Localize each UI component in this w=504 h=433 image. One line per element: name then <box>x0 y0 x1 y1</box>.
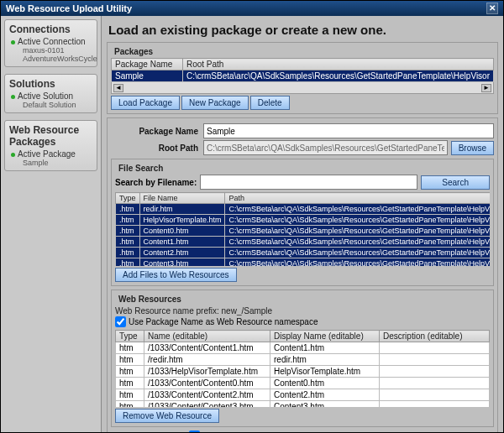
col-wr-desc[interactable]: Description (editable) <box>380 331 490 342</box>
wr-table[interactable]: Type Name (editable) Display Name (edita… <box>115 330 490 407</box>
connection-org: AdventureWorksCycle <box>9 55 92 63</box>
root-path-label: Root Path <box>111 143 203 153</box>
scroll-right-icon[interactable]: ► <box>481 84 491 92</box>
load-package-button[interactable]: Load Package <box>111 96 180 110</box>
solutions-header: Solutions <box>9 78 92 90</box>
wr-row[interactable]: htm/1033/HelpVisorTemplate.htmHelpVisorT… <box>116 366 490 378</box>
packages-table[interactable]: Package Name Root Path Sample C:\crmSBet… <box>111 58 494 82</box>
package-form: Package Name Root Path Browse File Searc… <box>107 117 498 432</box>
solution-name: Default Solution <box>9 101 92 109</box>
connection-server: maxus-0101 <box>9 46 92 55</box>
file-row[interactable]: .htmContent1.htmC:\crmSBeta\arc\QA\SdkSa… <box>116 237 491 248</box>
active-connection-label: Active Connection <box>9 37 92 46</box>
col-wr-type[interactable]: Type <box>116 331 144 342</box>
wr-legend: Web Resources <box>117 295 183 304</box>
col-package-name[interactable]: Package Name <box>112 59 183 70</box>
delete-package-button[interactable]: Delete <box>250 96 290 110</box>
search-button[interactable]: Search <box>421 175 490 190</box>
package-name: Sample <box>9 159 92 167</box>
file-row[interactable]: .htmredir.htmC:\crmSBeta\arc\QA\SdkSampl… <box>116 204 491 215</box>
wr-row[interactable]: htm/1033/Content/Content1.htmContent1.ht… <box>116 342 490 354</box>
titlebar: Web Resource Upload Utility ✕ <box>1 1 503 16</box>
packages-hscroll[interactable]: ◄ ► <box>111 82 494 94</box>
main-panel: Load an existing package or create a new… <box>102 16 503 432</box>
search-input[interactable] <box>200 175 417 190</box>
sidebar: Connections Active Connection maxus-0101… <box>1 16 102 432</box>
wr-prefix: Web Resource name prefix: new_/Sample <box>115 306 490 316</box>
wr-row[interactable]: htm/1033/Content/Content0.htmContent0.ht… <box>116 378 490 389</box>
col-file-type[interactable]: Type <box>116 193 140 204</box>
file-row[interactable]: .htmContent0.htmC:\crmSBeta\arc\QA\SdkSa… <box>116 226 491 237</box>
wr-row[interactable]: htm/1033/Content/Content2.htmContent2.ht… <box>116 389 490 401</box>
root-path-input <box>203 140 448 155</box>
packages-header: Web Resource Packages <box>9 124 92 148</box>
active-package-label: Active Package <box>9 149 92 159</box>
publish-checkbox[interactable] <box>189 430 200 432</box>
file-table[interactable]: Type File Name Path .htmredir.htmC:\crmS… <box>115 192 490 266</box>
page-title: Load an existing package or create a new… <box>108 23 498 37</box>
package-row[interactable]: Sample C:\crmSBeta\arc\QA\SdkSamples\Res… <box>112 70 494 82</box>
col-wr-display[interactable]: Display Name (editable) <box>270 331 380 342</box>
add-files-button[interactable]: Add Files to Web Resources <box>115 268 237 282</box>
search-label: Search by Filename: <box>115 178 197 187</box>
file-row[interactable]: .htmHelpVisorTemplate.htmC:\crmSBeta\arc… <box>116 215 491 226</box>
sidebar-connections[interactable]: Connections Active Connection maxus-0101… <box>4 19 97 67</box>
file-row[interactable]: .htmContent2.htmC:\crmSBeta\arc\QA\SdkSa… <box>116 248 491 258</box>
sidebar-packages[interactable]: Web Resource Packages Active Package Sam… <box>4 120 97 171</box>
window-title: Web Resource Upload Utility <box>6 3 132 13</box>
col-file-path[interactable]: Path <box>225 193 490 204</box>
file-row[interactable]: .htmContent3.htmC:\crmSBeta\arc\QA\SdkSa… <box>116 258 491 267</box>
web-resources-group: Web Resources Web Resource name prefix: … <box>111 290 494 427</box>
remove-wr-button[interactable]: Remove Web Resource <box>115 409 219 423</box>
packages-group: Packages Package Name Root Path Sample C… <box>107 42 498 114</box>
wr-row[interactable]: htm/1033/Content/Content3.htmContent3.ht… <box>116 401 490 408</box>
file-search-legend: File Search <box>117 164 165 173</box>
connections-header: Connections <box>9 23 92 35</box>
wr-row[interactable]: htm/redir.htmredir.htm <box>116 354 490 366</box>
col-root-path[interactable]: Root Path <box>182 59 493 70</box>
packages-legend: Packages <box>113 47 155 56</box>
pkg-name-label: Package Name <box>111 127 203 136</box>
close-icon[interactable]: ✕ <box>486 3 498 14</box>
col-file-name[interactable]: File Name <box>139 193 225 204</box>
pkg-name-input[interactable] <box>203 123 494 138</box>
col-wr-name[interactable]: Name (editable) <box>144 331 270 342</box>
browse-button[interactable]: Browse <box>451 141 494 155</box>
sidebar-solutions[interactable]: Solutions Active Solution Default Soluti… <box>4 74 97 113</box>
active-solution-label: Active Solution <box>9 91 92 101</box>
scroll-left-icon[interactable]: ◄ <box>113 84 123 92</box>
app-window: Web Resource Upload Utility ✕ Connection… <box>0 0 504 433</box>
new-package-button[interactable]: New Package <box>181 96 249 110</box>
file-search-group: File Search Search by Filename: Search T… <box>111 159 494 286</box>
use-pkg-namespace-label: Use Package Name as Web Resource namespa… <box>129 317 318 326</box>
use-pkg-namespace-checkbox[interactable] <box>115 316 126 327</box>
